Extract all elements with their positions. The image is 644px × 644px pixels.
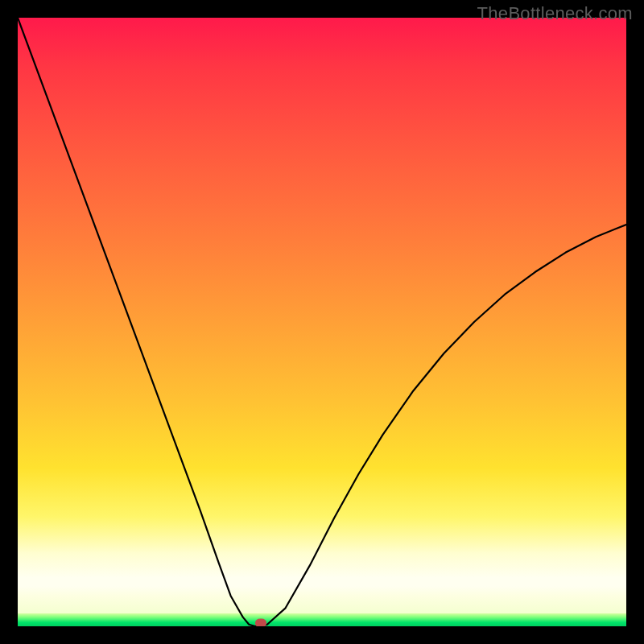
chart-frame: TheBottleneck.com	[0, 0, 644, 644]
plot-area	[18, 18, 626, 626]
watermark-text: TheBottleneck.com	[477, 3, 633, 24]
optimal-point-marker	[255, 619, 266, 626]
bottleneck-curve	[18, 18, 626, 626]
